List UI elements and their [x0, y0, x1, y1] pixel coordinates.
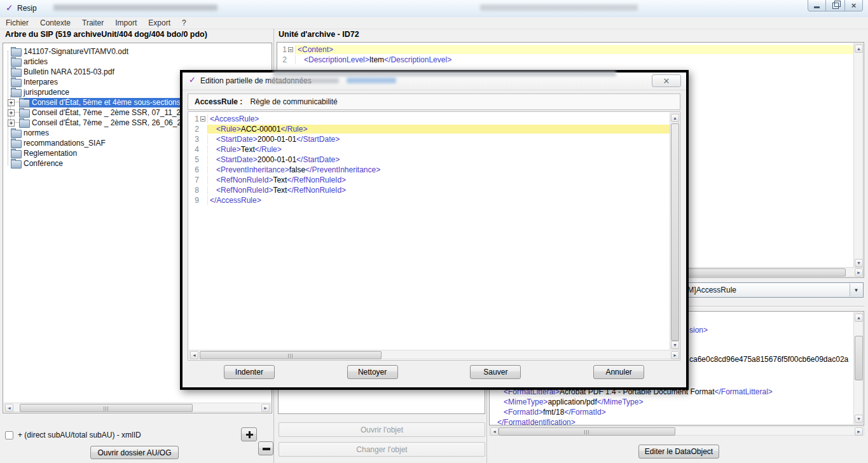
redacted-text — [53, 4, 217, 11]
dataobject-xml-lines: <FormatLitteral>Acrobat PDF 1.4 - Portab… — [497, 387, 852, 425]
minimize-button[interactable] — [808, 0, 826, 11]
tree-item-label: 141107-SignatureVITAMV0.odt — [22, 47, 130, 56]
folder-icon — [11, 160, 22, 169]
tree-item-label: Reglementation — [22, 149, 79, 158]
fold-icon[interactable] — [288, 47, 293, 52]
folder-icon — [19, 109, 30, 118]
app-logo-icon: ✓ — [189, 75, 196, 85]
open-au-og-folder-button[interactable]: Ouvrir dossier AU/OG — [90, 446, 179, 459]
open-object-button[interactable]: Ouvrir l'objet — [279, 422, 485, 437]
scroll-thumb[interactable] — [855, 336, 863, 380]
dialog-hscrollbar[interactable]: ◄ ► — [189, 350, 680, 359]
tree-item-label: articles — [22, 57, 50, 66]
dialog-vscrollbar[interactable]: ▲ ▼ — [670, 113, 679, 350]
tree-item-label: Interpares — [22, 78, 60, 86]
dialog-code-lines: 1<AccessRule>2<Rule>ACC-00001</Rule>3<St… — [189, 114, 670, 205]
expand-icon[interactable] — [8, 109, 15, 116]
tree-item-label: Conférence — [22, 159, 65, 168]
collapse-all-button[interactable] — [258, 441, 273, 455]
scroll-right-icon[interactable]: ► — [261, 404, 270, 412]
tree-item-label: Conseil d'État, 5ème et 4ème sous-sectio… — [30, 98, 200, 107]
folder-icon — [19, 120, 30, 128]
scroll-down-icon[interactable]: ▼ — [855, 415, 863, 423]
do-vscrollbar[interactable]: ▲ ▼ — [853, 312, 863, 424]
tree-item-label: normes — [22, 128, 51, 137]
chevron-down-icon[interactable]: ▼ — [850, 284, 862, 296]
expand-all-button[interactable] — [241, 427, 257, 441]
folder-icon — [11, 150, 22, 158]
dialog-titlebar: ✓ Edition partielle de métadonnées ✕ — [183, 73, 686, 90]
folder-icon — [11, 89, 22, 97]
tree-hscrollbar[interactable]: ◄ ► — [4, 403, 271, 412]
code-line: 6<PreventInheritance>false</PreventInher… — [189, 165, 670, 175]
scroll-left-icon[interactable]: ◄ — [190, 351, 198, 359]
indent-button[interactable]: Indenter — [224, 365, 275, 379]
resip-window: ✓ Resip × FichierContexteTraiterImportEx… — [0, 0, 868, 463]
xml-line: <MimeType>application/pdf</MimeType> — [497, 397, 852, 407]
scroll-right-icon[interactable]: ► — [855, 427, 863, 436]
scroll-up-icon[interactable]: ▲ — [855, 314, 863, 322]
tree-item-label: Conseil d'État, 7ème _ 2ème SSR, 07_11_2… — [30, 108, 198, 117]
scroll-thumb[interactable] — [20, 404, 193, 412]
scroll-left-icon[interactable]: ◄ — [5, 404, 13, 412]
menu-item-traiter[interactable]: Traiter — [76, 18, 109, 27]
redacted-text — [480, 4, 638, 11]
folder-icon — [11, 79, 22, 87]
menu-item-fichier[interactable]: Fichier — [0, 18, 34, 27]
restore-button[interactable] — [826, 0, 844, 11]
change-object-button[interactable]: Changer l'objet — [279, 442, 485, 457]
app-logo-icon: ✓ — [6, 3, 13, 13]
expand-icon[interactable] — [8, 120, 15, 127]
metadata-selector-value: [M]AccessRule — [685, 286, 736, 294]
tree-item[interactable]: 141107-SignatureVITAMV0.odt — [4, 46, 271, 57]
au-vscrollbar[interactable]: ▲ ▼ — [853, 43, 863, 268]
scroll-thumb[interactable] — [200, 351, 382, 359]
tree-item[interactable]: articles — [4, 57, 271, 67]
dialog-button-row: Indenter Nettoyer Sauver Annuler — [188, 364, 680, 380]
redacted-text — [273, 71, 616, 76]
menu-item-import[interactable]: Import — [109, 18, 142, 27]
clean-button[interactable]: Nettoyer — [347, 365, 398, 379]
scroll-thumb[interactable] — [671, 123, 679, 341]
scroll-up-icon[interactable]: ▲ — [671, 114, 679, 122]
scroll-down-icon[interactable]: ▼ — [855, 259, 863, 267]
folder-icon — [19, 99, 30, 107]
code-line: 8<RefNonRuleId>Text</RefNonRuleId> — [189, 185, 670, 195]
code-line: 7<RefNonRuleId>Text</RefNonRuleId> — [189, 175, 670, 185]
menu-item-?[interactable]: ? — [176, 18, 192, 27]
close-button[interactable]: × — [844, 0, 863, 11]
code-line: 1<AccessRule> — [189, 114, 670, 124]
folder-icon — [11, 130, 22, 138]
scroll-left-icon[interactable]: ◄ — [490, 427, 499, 436]
field-name-label: AccessRule : — [195, 97, 242, 106]
tree-item-label: recommandations_SIAF — [22, 139, 107, 148]
redacted-highlight — [347, 78, 396, 83]
menu-bar: FichierContexteTraiterImportExport? — [0, 17, 868, 29]
edit-dataobject-button[interactable]: Editer le DataObject — [638, 445, 719, 459]
tree-options-row: + (direct subAU/total subAU) - xmlID — [5, 431, 141, 439]
tree-item-label: jurisprudence — [22, 88, 71, 97]
cancel-button[interactable]: Annuler — [593, 365, 644, 379]
dialog-field-header: AccessRule : Règle de communicabilité — [188, 93, 680, 110]
scroll-right-icon[interactable]: ► — [671, 351, 679, 359]
scroll-thumb[interactable] — [499, 427, 675, 436]
folder-icon — [11, 59, 22, 67]
expand-icon[interactable] — [8, 99, 15, 106]
dialog-close-button[interactable]: ✕ — [652, 74, 681, 87]
menu-item-export[interactable]: Export — [142, 18, 176, 27]
code-line: 3<StartDate>2000-01-01</StartDate> — [189, 134, 670, 144]
archive-unit-code: 1<Content>2<DescriptionLevel>Item</Descr… — [278, 45, 854, 65]
folder-icon — [11, 140, 22, 148]
scroll-down-icon[interactable]: ▼ — [671, 341, 679, 349]
fold-icon[interactable] — [200, 116, 205, 121]
metadata-edit-dialog: ✓ Edition partielle de métadonnées ✕ Acc… — [180, 70, 689, 390]
dialog-code-editor[interactable]: 1<AccessRule>2<Rule>ACC-00001</Rule>3<St… — [188, 111, 680, 361]
code-line: 4<Rule>Text</Rule> — [189, 144, 670, 155]
scroll-right-icon[interactable]: ► — [855, 268, 863, 277]
xmlid-checkbox[interactable] — [5, 431, 13, 439]
scroll-up-icon[interactable]: ▲ — [855, 45, 863, 53]
save-button[interactable]: Sauver — [470, 365, 521, 379]
code-line: 5<StartDate>2000-01-01</StartDate> — [189, 155, 670, 165]
do-hscrollbar[interactable]: ◄ ► — [489, 426, 864, 436]
menu-item-contexte[interactable]: Contexte — [34, 18, 76, 27]
